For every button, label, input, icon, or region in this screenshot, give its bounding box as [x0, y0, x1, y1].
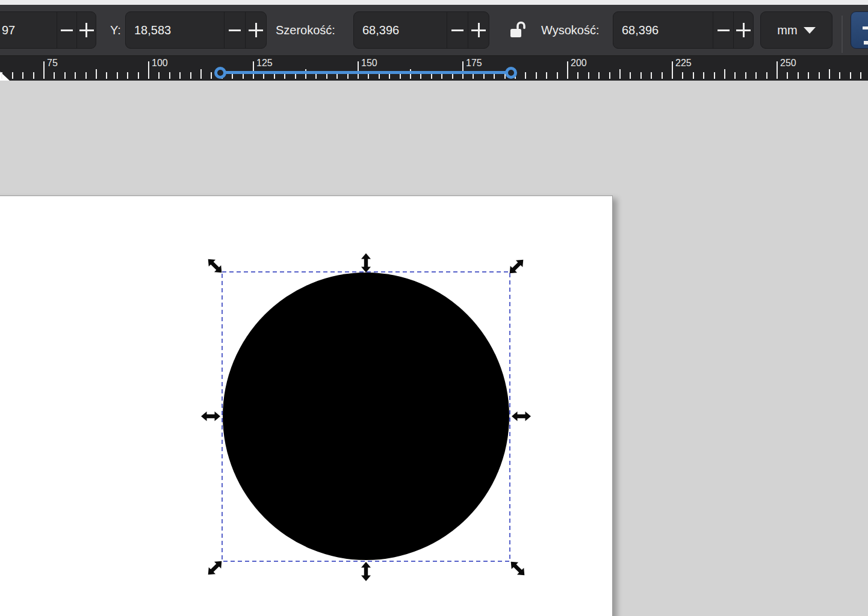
ruler-tick [85, 72, 87, 79]
ruler-tick [662, 72, 663, 79]
drawing-canvas[interactable] [0, 81, 868, 616]
ruler-tick [588, 72, 589, 79]
toggle-icon [863, 26, 868, 29]
ruler-unit-label: 200 [571, 58, 587, 69]
ruler-tick [33, 72, 34, 79]
ruler-tick [755, 72, 757, 79]
scale-handle-top-icon[interactable] [361, 253, 371, 273]
ruler-tick [190, 72, 191, 79]
ruler-tick [619, 69, 621, 79]
ruler-tick [64, 72, 66, 79]
y-increment-button[interactable] [245, 12, 266, 48]
width-increment-button[interactable] [468, 12, 489, 48]
unlock-icon [509, 20, 529, 40]
plus-icon [471, 23, 486, 37]
x-decrement-button[interactable] [57, 12, 76, 48]
minus-icon [229, 29, 241, 31]
ruler-unit-label: 125 [256, 58, 273, 69]
ruler-tick [557, 72, 558, 79]
horizontal-ruler[interactable]: 75100125150175200225250 [0, 55, 868, 81]
plus-icon [736, 23, 751, 37]
units-dropdown[interactable]: mm [760, 11, 832, 49]
ruler-tick [640, 72, 642, 79]
selection-extent-start-handle[interactable] [214, 67, 226, 79]
x-increment-button[interactable] [76, 12, 96, 48]
ruler-tick [819, 72, 820, 79]
scale-options-toggle-button[interactable] [851, 11, 868, 49]
ruler-tick [672, 61, 673, 79]
ruler-tick [724, 69, 725, 79]
width-decrement-button[interactable] [447, 12, 468, 48]
minus-icon [61, 29, 73, 31]
ruler-tick [546, 72, 547, 79]
ruler-tick [54, 72, 55, 79]
ruler-tick [127, 72, 128, 79]
ruler-tick [703, 72, 704, 79]
scale-handle-bottom-icon[interactable] [361, 562, 371, 581]
y-decrement-button[interactable] [224, 12, 245, 48]
ruler-tick [734, 72, 736, 79]
ruler-tick [798, 72, 799, 79]
ruler-tick [179, 72, 181, 79]
ruler-tick [525, 72, 526, 79]
scale-handle-top-left-icon[interactable] [205, 256, 225, 276]
ruler-tick [358, 61, 359, 79]
scale-handle-bottom-left-icon[interactable] [205, 558, 225, 578]
scale-handle-right-icon[interactable] [512, 411, 531, 421]
ruler-tick [693, 72, 694, 79]
ruler-tick [839, 72, 840, 79]
ruler-tick [12, 72, 13, 79]
ruler-tick [714, 72, 715, 79]
dropdown-arrow-icon [804, 27, 816, 34]
ruler-tick [117, 72, 118, 79]
ruler-tick [682, 72, 683, 79]
ruler-tick [567, 61, 568, 79]
ruler-tick [200, 69, 202, 79]
scale-handle-bottom-right-icon[interactable] [507, 558, 528, 579]
ruler-tick [829, 69, 830, 79]
width-value[interactable]: 68,396 [354, 12, 447, 48]
ruler-tick [860, 72, 861, 79]
height-spinbox[interactable]: 68,396 [613, 11, 754, 49]
plus-icon [249, 23, 263, 37]
height-decrement-button[interactable] [713, 12, 733, 48]
selection-toolbar: 97 Y: 18,583 Szerokość: 68,396 [0, 5, 868, 55]
ruler-unit-label: 75 [47, 58, 58, 69]
ruler-tick [138, 72, 139, 79]
selection-extent-line [220, 71, 511, 74]
ruler-tick [22, 72, 23, 79]
scale-handle-left-icon[interactable] [201, 411, 220, 421]
x-coordinate-spinbox[interactable]: 97 [0, 11, 96, 49]
ruler-tick [777, 61, 778, 79]
units-selected-value: mm [777, 23, 797, 37]
selection-extent-end-handle[interactable] [505, 67, 517, 79]
x-coordinate-value[interactable]: 97 [0, 12, 57, 48]
selected-circle-object[interactable] [223, 273, 509, 560]
ruler-tick [43, 61, 45, 79]
ruler-tick [148, 61, 149, 79]
ruler-tick [766, 72, 767, 79]
minus-icon [718, 29, 730, 31]
ruler-unit-label: 250 [780, 58, 796, 69]
ruler-tick [106, 72, 107, 79]
ruler-tick [630, 72, 631, 79]
height-increment-button[interactable] [733, 12, 753, 48]
ruler-tick [651, 72, 652, 79]
toggle-icon [864, 41, 868, 45]
ruler-tick [598, 72, 600, 79]
height-label: Wysokość: [541, 5, 600, 55]
ruler-tick [211, 72, 212, 79]
toolbar-separator [842, 16, 843, 53]
ruler-tick [1, 72, 2, 79]
width-spinbox[interactable]: 68,396 [353, 11, 489, 49]
y-coordinate-value[interactable]: 18,583 [126, 12, 224, 48]
ruler-unit-label: 150 [361, 58, 377, 69]
ruler-unit-label: 100 [152, 58, 168, 69]
ruler-tick [169, 72, 170, 79]
width-label: Szerokość: [276, 5, 335, 55]
height-value[interactable]: 68,396 [613, 12, 713, 48]
y-coordinate-spinbox[interactable]: 18,583 [125, 11, 267, 49]
ruler-tick [158, 72, 160, 79]
lock-ratio-toggle[interactable] [507, 14, 530, 46]
ruler-tick [536, 72, 537, 79]
